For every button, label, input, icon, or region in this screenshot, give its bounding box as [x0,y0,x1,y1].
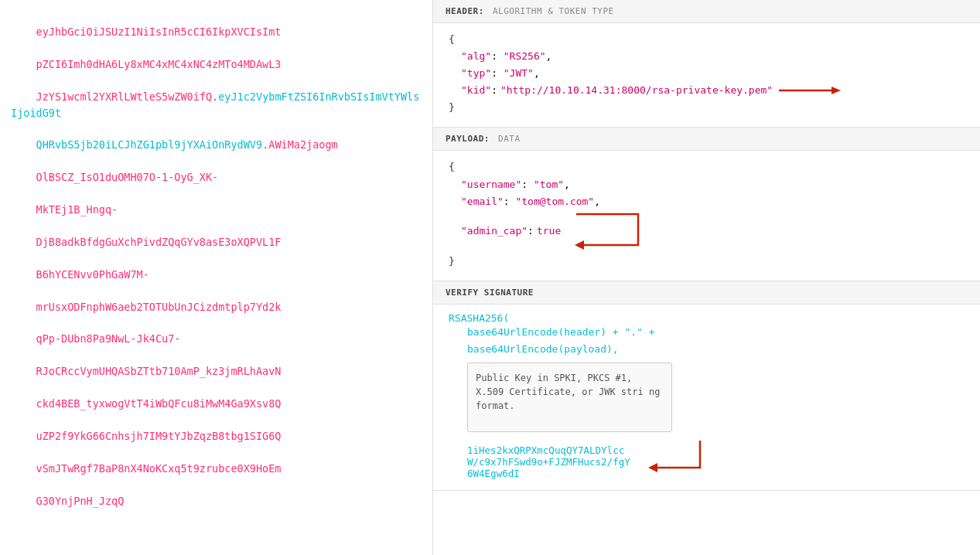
token-part1-line1: eyJhbGciOiJSUzI1NiIsInR5cCI6IkpXVCIsImt [36,26,282,38]
payload-username-line: "username": "tom", [449,176,965,193]
header-typ-line: "typ": "JWT", [449,65,965,82]
token-part3-line11: vSmJTwRgf7BaP8nX4NoKCxq5t9zrubce0X9HoEm [36,462,282,475]
payload-sublabel: DATA [498,134,521,144]
right-panel: HEADER: ALGORITHM & TOKEN TYPE { "alg": … [433,0,980,555]
verify-line2: base64UrlEncode(payload), [449,341,965,358]
verify-func-text: RSASHA256( [449,312,509,324]
verify-label: VERIFY SIGNATURE [446,288,534,298]
verify-content: RSASHA256( base64UrlEncode(header) + "."… [433,305,980,490]
header-label: HEADER: [446,6,484,16]
header-arrow-icon [779,83,841,97]
token-part1-line3: JzYS1wcml2YXRlLWtleS5wZW0ifQ [36,90,213,103]
payload-content: { "username": "tom", "email": "tom@tom.c… [433,151,980,280]
token-part3-line10: uZP2f9YkG66Cnhsjh7IM9tYJbZqzB8tbg1SIG6Q [36,430,282,442]
payload-label: PAYLOAD: [446,134,490,144]
token-part3-line2: OlBSCZ_IsO1duOMH07O-1-OyG_XK- [36,171,219,183]
svg-marker-3 [648,463,657,472]
payload-close-brace: } [449,253,965,270]
token-part3-line5: B6hYCENvv0PhGaW7M- [36,268,149,281]
left-panel: eyJhbGciOiJSUzI1NiIsInR5cCI6IkpXVCIsImt … [0,0,433,555]
token-part3-line1: AWiMa2jaogm [268,138,337,151]
header-alg-line: "alg": "RS256", [449,48,965,65]
svg-marker-1 [831,87,841,94]
token-part3-line4: DjB8adkBfdgGuXchPivdZQqGYv8asE3oXQPVL1F [36,236,282,248]
header-kid-line: "kid": "http://10.10.14.31:8000/rsa-priv… [449,82,965,99]
header-sublabel: ALGORITHM & TOKEN TYPE [493,6,614,16]
svg-marker-2 [575,240,584,250]
header-close-brace: } [449,99,965,116]
token-part3-line9: ckd4BEB_tyxwogVtT4iWbQFcu8iMwM4Ga9Xsv8Q [36,397,282,410]
token-part3-line8: RJoCRccVymUHQASbZTtb710AmP_kz3jmRLhAavN [36,365,282,377]
payload-section-header: PAYLOAD: DATA [433,128,980,151]
payload-arrow-icon [569,210,654,253]
header-content: { "alg": "RS256", "typ": "JWT", "kid": "… [433,23,980,127]
verify-func-line: RSASHA256( [449,312,965,324]
verify-section-header: VERIFY SIGNATURE [433,281,980,305]
payload-open-brace: { [449,158,965,175]
token-part1-line2: pZCI6Imh0dHA6Ly8xMC4xMC4xNC4zMTo4MDAwL3 [36,58,282,70]
key-input-box[interactable]: Public Key in SPKI, PKCS #1, X.509 Certi… [467,363,672,432]
verify-line1: base64UrlEncode(header) + "." + [449,324,965,341]
token-part3-line7: qPp-DUbn8Pa9NwL-Jk4Cu7- [36,332,181,345]
token-part3-line3: MkTEj1B_Hngq- [36,203,118,216]
token-part3-line12: G30YnjPnH_JzqQ [36,495,125,507]
payload-admin-line: "admin_cap": true [449,210,965,253]
key-placeholder-text: Public Key in SPKI, PKCS #1, X.509 Certi… [476,373,660,411]
token-part3-line6: mrUsxODFnphW6aeb2TOTUbUnJCizdmtplp7Yd2k [36,301,282,313]
payload-section: PAYLOAD: DATA { "username": "tom", "emai… [433,128,980,281]
verify-hash-value: 1iHes2kxQRPXmcQuqQY7ALDYlcc W/c9x7hFSwd9… [467,444,630,479]
header-section-header: HEADER: ALGORITHM & TOKEN TYPE [433,0,980,23]
header-section: HEADER: ALGORITHM & TOKEN TYPE { "alg": … [433,0,980,128]
verify-arrow-icon [646,437,708,479]
token-part2-line2: QHRvbS5jb20iLCJhZG1pbl9jYXAiOnRydWV9 [36,138,263,151]
verify-section: VERIFY SIGNATURE RSASHA256( base64UrlEnc… [433,281,980,491]
header-open-brace: { [449,31,965,48]
jwt-token: eyJhbGciOiJSUzI1NiIsInR5cCI6IkpXVCIsImt … [11,8,422,526]
payload-email-line: "email": "tom@tom.com", [449,193,965,210]
